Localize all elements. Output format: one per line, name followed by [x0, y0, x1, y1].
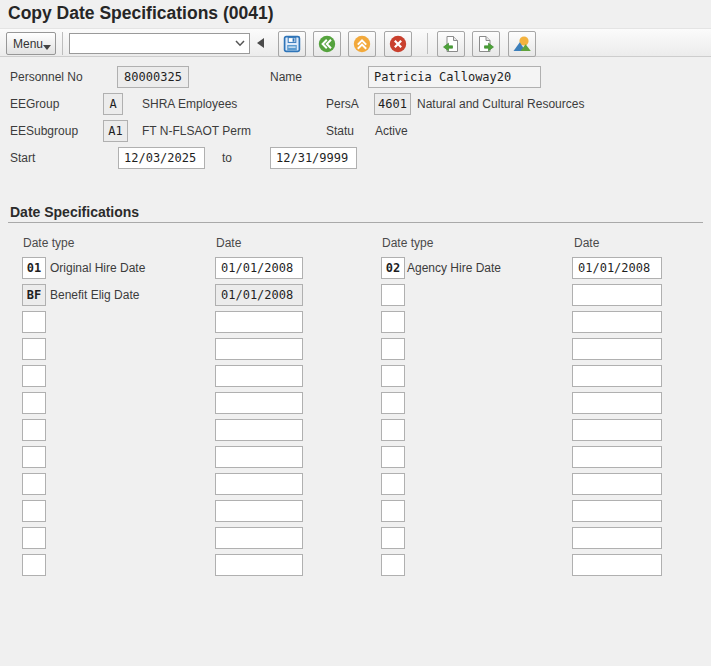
end-date-field[interactable]: 12/31/9999 [270, 147, 357, 169]
name-label: Name [270, 70, 302, 84]
pers-area-text: Natural and Cultural Resources [417, 97, 584, 111]
column-header-date-type-1: Date type [23, 236, 74, 250]
date-type-field-1[interactable] [22, 500, 46, 522]
start-date-label: Start [10, 151, 35, 165]
name-field: Patricia Calloway20 [368, 66, 541, 88]
date-type-field-1[interactable] [22, 365, 46, 387]
to-label: to [222, 151, 232, 165]
save-icon [282, 34, 302, 54]
date-field-1[interactable] [215, 500, 303, 522]
date-type-label-1: Original Hire Date [50, 261, 145, 275]
date-type-field-1[interactable]: 01 [22, 257, 46, 279]
section-title: Date Specifications [10, 204, 139, 220]
date-spec-row [0, 311, 711, 338]
exit-icon [352, 34, 372, 54]
date-field-2[interactable] [572, 419, 662, 441]
column-header-date-1: Date [216, 236, 241, 250]
next-record-button[interactable] [472, 31, 500, 57]
date-type-field-1[interactable] [22, 311, 46, 333]
date-spec-row [0, 500, 711, 527]
date-type-label-2: Agency Hire Date [407, 261, 501, 275]
cancel-icon [388, 34, 408, 54]
ee-subgroup-field: A1 [103, 120, 128, 142]
date-type-label-1: Benefit Elig Date [50, 288, 139, 302]
next-record-icon [476, 34, 496, 54]
date-field-2[interactable] [572, 311, 662, 333]
date-type-field-2[interactable] [381, 311, 405, 333]
date-type-field-1[interactable] [22, 527, 46, 549]
date-type-field-1[interactable] [22, 554, 46, 576]
command-combobox[interactable] [69, 33, 250, 54]
date-field-1[interactable] [215, 311, 303, 333]
date-field-2[interactable] [572, 446, 662, 468]
date-field-2[interactable] [572, 365, 662, 387]
date-type-field-2[interactable] [381, 527, 405, 549]
date-type-field-2[interactable] [381, 446, 405, 468]
command-input[interactable] [72, 35, 231, 54]
date-spec-row [0, 392, 711, 419]
date-type-field-1[interactable] [22, 419, 46, 441]
date-type-field-2[interactable] [381, 365, 405, 387]
personnel-no-label: Personnel No [10, 70, 83, 84]
date-type-field-2[interactable] [381, 473, 405, 495]
column-header-date-2: Date [574, 236, 599, 250]
menu-button[interactable]: Menu [6, 32, 56, 55]
date-type-field-2[interactable] [381, 554, 405, 576]
back-button[interactable] [313, 31, 341, 57]
toolbar-separator [62, 32, 63, 55]
date-field-1[interactable] [215, 365, 303, 387]
previous-record-button[interactable] [437, 31, 465, 57]
date-field-2[interactable] [572, 338, 662, 360]
date-field-1[interactable]: 01/01/2008 [215, 257, 303, 279]
date-spec-row [0, 527, 711, 554]
pers-area-field: 4601 [374, 93, 411, 115]
date-field-1[interactable] [215, 446, 303, 468]
date-type-field-2[interactable] [381, 284, 405, 306]
date-field-2[interactable] [572, 284, 662, 306]
ee-subgroup-text: FT N-FLSAOT Perm [142, 124, 251, 138]
date-field-1[interactable] [215, 338, 303, 360]
date-field-2[interactable] [572, 500, 662, 522]
date-type-field-1[interactable] [22, 473, 46, 495]
ee-group-field: A [103, 93, 123, 115]
collapse-toolbar-icon[interactable] [257, 38, 264, 48]
chevron-down-icon[interactable] [235, 40, 245, 47]
date-field-2[interactable] [572, 473, 662, 495]
date-field-2[interactable] [572, 527, 662, 549]
date-spec-row [0, 473, 711, 500]
date-type-field-2[interactable] [381, 392, 405, 414]
save-button[interactable] [278, 31, 306, 57]
date-type-field-1[interactable] [22, 392, 46, 414]
exit-button[interactable] [348, 31, 376, 57]
date-type-field-1: BF [22, 284, 46, 306]
date-field-2[interactable]: 01/01/2008 [572, 257, 662, 279]
date-type-field-2[interactable] [381, 419, 405, 441]
start-date-field[interactable]: 12/03/2025 [118, 147, 205, 169]
status-value: Active [375, 124, 408, 138]
date-field-2[interactable] [572, 554, 662, 576]
column-header-date-type-2: Date type [382, 236, 433, 250]
date-type-field-1[interactable] [22, 446, 46, 468]
date-type-field-1[interactable] [22, 338, 46, 360]
cancel-button[interactable] [384, 31, 412, 57]
date-field-1[interactable] [215, 554, 303, 576]
date-field-1[interactable] [215, 473, 303, 495]
date-field-1[interactable] [215, 419, 303, 441]
ee-subgroup-label: EESubgroup [10, 124, 78, 138]
date-spec-row: 01Original Hire Date01/01/200802Agency H… [0, 257, 711, 284]
date-field-1[interactable] [215, 527, 303, 549]
overview-button[interactable] [508, 31, 536, 57]
date-type-field-2[interactable] [381, 500, 405, 522]
sap-window: Copy Date Specifications (0041) Menu [0, 0, 711, 666]
back-icon [317, 34, 337, 54]
ee-group-label: EEGroup [10, 97, 59, 111]
previous-record-icon [441, 34, 461, 54]
date-spec-row [0, 365, 711, 392]
date-type-field-2[interactable]: 02 [381, 257, 405, 279]
date-spec-row [0, 419, 711, 446]
date-field-2[interactable] [572, 392, 662, 414]
section-divider [8, 222, 703, 223]
date-type-field-2[interactable] [381, 338, 405, 360]
ee-group-text: SHRA Employees [142, 97, 237, 111]
date-field-1[interactable] [215, 392, 303, 414]
